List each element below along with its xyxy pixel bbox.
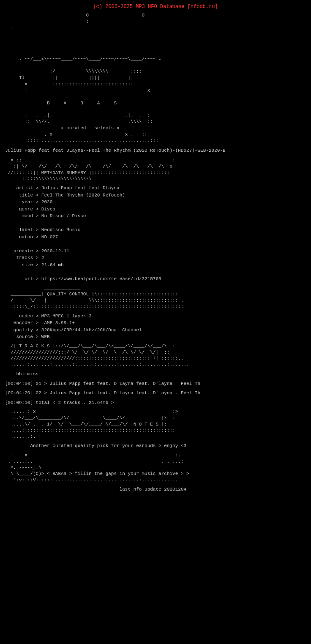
track-2: [00:04:20] 02 > Julius Papp feat feat. D…	[5, 390, 306, 397]
source-value: WEB	[41, 334, 50, 339]
year-value: 2020	[41, 199, 52, 205]
footer-art: : x :. . ....:.. . . ...: <,_-----,_\ \ …	[5, 452, 306, 483]
catno-value: ND 027	[41, 235, 58, 240]
size-value: 21.64 mb	[41, 262, 64, 267]
notes-banner-art: ......: x ___________ _____________ :> :…	[5, 409, 306, 440]
metadata-block: artist > Julius Papp feat feat DLayna ti…	[5, 185, 306, 282]
artist-value: Julius Papp feat feat DLayna	[41, 186, 120, 191]
tracks-banner-art: /| T R A C K S |::/\/___/\___/\___/\/___…	[5, 343, 306, 368]
codec-value: MP3 MPEG 1 layer 3	[41, 314, 92, 319]
url-value[interactable]: https://www.beatport.com/release/id/3215…	[41, 276, 161, 281]
tracks-header: hh:mm:ss	[5, 371, 306, 378]
quality-value: 320Kbps/CBR/44.1kHz/2CH/Dual Channel	[41, 327, 142, 333]
header-link[interactable]: (c) 2006-2025 MP3 NFO Database [nfodb.ru…	[5, 3, 306, 11]
encoder-value: LAME 3.99.1+	[41, 320, 75, 325]
tracks-count-value: 2	[41, 255, 44, 260]
quality-block: codec > MP3 MPEG 1 layer 3 encoder > LAM…	[5, 313, 306, 341]
predate-value: 2020-12-11	[41, 248, 69, 254]
notes-text: Another curated quality pick for your ea…	[30, 443, 186, 448]
mood-value: Nu Disco / Disco	[41, 213, 86, 218]
track-1: [00:04:50] 01 > Julius Papp feat feat. D…	[5, 380, 306, 387]
notes-content: Another curated quality pick for your ea…	[5, 442, 306, 450]
ascii-logo-art: 0 0 : . - ~~/___<\~~~~~____/~~~~\____/~~…	[5, 12, 306, 144]
release-title: Julius_Papp_feat_feat_DLayna--Feel_The_R…	[5, 147, 306, 154]
last-update-value: last nfo update 20201204	[120, 487, 186, 492]
quality-banner-art: _____________ ___________| QUALITY CONTR…	[5, 285, 306, 310]
tracks-block: hh:mm:ss [00:04:50] 01 > Julius Papp fea…	[5, 371, 306, 406]
title-value: Feel The Rhythm (2020 ReTouch)	[41, 193, 125, 198]
tracks-time-header: hh:mm:ss	[16, 371, 38, 377]
genre-value: Disco	[41, 207, 55, 212]
label-value: Neodisco Music	[41, 227, 80, 232]
quality-content: codec > MP3 MPEG 1 layer 3 encoder > LAM…	[5, 313, 306, 341]
page-container: (c) 2006-2025 MP3 NFO Database [nfodb.ru…	[5, 3, 306, 493]
metadata-banner-art: x :: : _:| \/____/\/___/\___/\/___/\____…	[5, 157, 306, 182]
tracks-total: [00:09:10] total < 2 tracks . 21.64mb >	[5, 399, 306, 407]
notes-block: Another curated quality pick for your ea…	[5, 442, 306, 450]
footer-update: last nfo update 20201204	[5, 486, 306, 493]
metadata-content: artist > Julius Papp feat feat DLayna ti…	[5, 185, 306, 282]
